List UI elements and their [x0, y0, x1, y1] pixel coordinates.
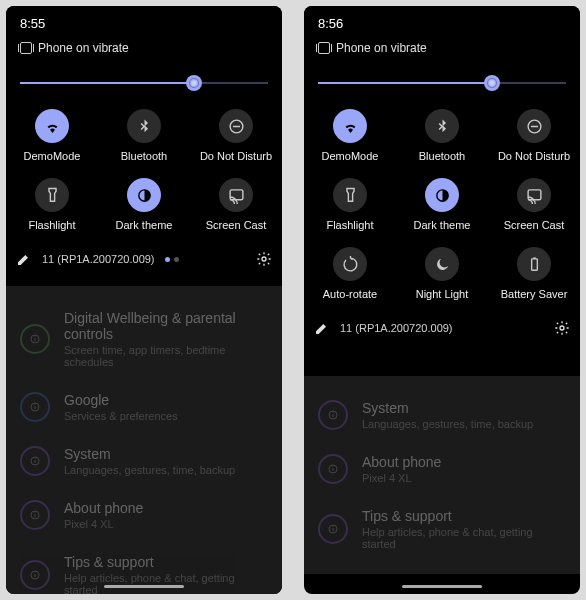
about-icon [318, 454, 348, 484]
tile-label: DemoMode [322, 150, 379, 162]
tile-label: Bluetooth [419, 150, 465, 162]
vibrate-icon [20, 42, 32, 54]
battery-icon [517, 247, 551, 281]
flashlight-icon [333, 178, 367, 212]
nav-pill[interactable] [402, 585, 482, 588]
bluetooth-icon [425, 109, 459, 143]
qs-tile-rotate[interactable]: Auto-rotate [304, 247, 396, 300]
page-dot [165, 257, 170, 262]
qs-tile-dnd[interactable]: Do Not Disturb [190, 109, 282, 162]
row-title: Digital Wellbeing & parental controls [64, 310, 268, 342]
bluetooth-icon [127, 109, 161, 143]
tile-label: Bluetooth [121, 150, 167, 162]
qs-tile-flashlight[interactable]: Flashlight [6, 178, 98, 231]
tile-label: Night Light [416, 288, 469, 300]
darktheme-icon [425, 178, 459, 212]
settings-row-wellbeing[interactable]: Digital Wellbeing & parental controlsScr… [6, 298, 282, 380]
tile-label: Flashlight [28, 219, 75, 231]
system-icon [318, 400, 348, 430]
row-title: About phone [64, 500, 143, 516]
tile-label: Do Not Disturb [200, 150, 272, 162]
status-time: 8:56 [304, 6, 580, 35]
settings-gear-icon[interactable] [256, 251, 272, 267]
settings-row-system[interactable]: SystemLanguages, gestures, time, backup [6, 434, 282, 488]
row-title: Tips & support [64, 554, 268, 570]
row-subtitle: Languages, gestures, time, backup [64, 464, 235, 476]
tile-label: Auto-rotate [323, 288, 377, 300]
qs-tile-bluetooth[interactable]: Bluetooth [396, 109, 488, 162]
wellbeing-icon [20, 324, 50, 354]
qs-tile-darktheme[interactable]: Dark theme [98, 178, 190, 231]
qs-footer: 11 (RP1A.200720.009) [6, 245, 282, 277]
qs-tile-darktheme[interactable]: Dark theme [396, 178, 488, 231]
qs-tile-moon[interactable]: Night Light [396, 247, 488, 300]
edit-icon[interactable] [314, 320, 330, 336]
phone-left: 8:55 Phone on vibrate DemoModeBluetoothD… [6, 6, 282, 594]
tile-label: Flashlight [326, 219, 373, 231]
settings-row-system[interactable]: SystemLanguages, gestures, time, backup [304, 388, 580, 442]
settings-gear-icon[interactable] [554, 320, 570, 336]
tips-icon [318, 514, 348, 544]
settings-row-google[interactable]: GoogleServices & preferences [6, 380, 282, 434]
settings-row-tips[interactable]: Tips & supportHelp articles, phone & cha… [304, 496, 580, 562]
row-subtitle: Pixel 4 XL [64, 518, 143, 530]
row-title: Tips & support [362, 508, 566, 524]
qs-tiles: DemoModeBluetoothDo Not DisturbFlashligh… [304, 99, 580, 314]
qs-tile-cast[interactable]: Screen Cast [488, 178, 580, 231]
nav-pill[interactable] [104, 585, 184, 588]
tile-label: DemoMode [24, 150, 81, 162]
qs-tile-bluetooth[interactable]: Bluetooth [98, 109, 190, 162]
dnd-icon [219, 109, 253, 143]
google-icon [20, 392, 50, 422]
qs-tile-cast[interactable]: Screen Cast [190, 178, 282, 231]
build-label: 11 (RP1A.200720.009) [42, 253, 155, 265]
qs-tile-dnd[interactable]: Do Not Disturb [488, 109, 580, 162]
row-subtitle: Languages, gestures, time, backup [362, 418, 533, 430]
tile-label: Screen Cast [206, 219, 267, 231]
phone-right: 8:56 Phone on vibrate DemoModeBluetoothD… [304, 6, 580, 594]
page-dot [174, 257, 179, 262]
qs-tile-battery[interactable]: Battery Saver [488, 247, 580, 300]
row-subtitle: Pixel 4 XL [362, 472, 441, 484]
tile-label: Dark theme [414, 219, 471, 231]
tile-label: Do Not Disturb [498, 150, 570, 162]
tile-label: Battery Saver [501, 288, 568, 300]
vibrate-label: Phone on vibrate [336, 41, 427, 55]
row-title: System [64, 446, 235, 462]
tile-label: Dark theme [116, 219, 173, 231]
brightness-slider[interactable] [318, 73, 566, 93]
row-subtitle: Help articles, phone & chat, getting sta… [64, 572, 268, 594]
brightness-slider[interactable] [20, 73, 268, 93]
tile-label: Screen Cast [504, 219, 565, 231]
row-title: Google [64, 392, 178, 408]
moon-icon [425, 247, 459, 281]
row-title: System [362, 400, 533, 416]
row-title: About phone [362, 454, 441, 470]
qs-footer: 11 (RP1A.200720.009) [304, 314, 580, 346]
qs-tile-wifi[interactable]: DemoMode [6, 109, 98, 162]
settings-list: SystemLanguages, gestures, time, backupA… [304, 376, 580, 574]
settings-row-about[interactable]: About phonePixel 4 XL [6, 488, 282, 542]
rotate-icon [333, 247, 367, 281]
status-time: 8:55 [6, 6, 282, 35]
qs-tiles: DemoModeBluetoothDo Not DisturbFlashligh… [6, 99, 282, 245]
vibrate-label: Phone on vibrate [38, 41, 129, 55]
row-subtitle: Screen time, app timers, bedtime schedul… [64, 344, 268, 368]
row-subtitle: Services & preferences [64, 410, 178, 422]
settings-row-about[interactable]: About phonePixel 4 XL [304, 442, 580, 496]
dnd-icon [517, 109, 551, 143]
cast-icon [517, 178, 551, 212]
darktheme-icon [127, 178, 161, 212]
settings-list: Digital Wellbeing & parental controlsScr… [6, 286, 282, 594]
wifi-icon [333, 109, 367, 143]
row-subtitle: Help articles, phone & chat, getting sta… [362, 526, 566, 550]
page-dots [165, 257, 179, 262]
build-label: 11 (RP1A.200720.009) [340, 322, 453, 334]
flashlight-icon [35, 178, 69, 212]
qs-tile-flashlight[interactable]: Flashlight [304, 178, 396, 231]
about-icon [20, 500, 50, 530]
tips-icon [20, 560, 50, 590]
edit-icon[interactable] [16, 251, 32, 267]
cast-icon [219, 178, 253, 212]
qs-tile-wifi[interactable]: DemoMode [304, 109, 396, 162]
